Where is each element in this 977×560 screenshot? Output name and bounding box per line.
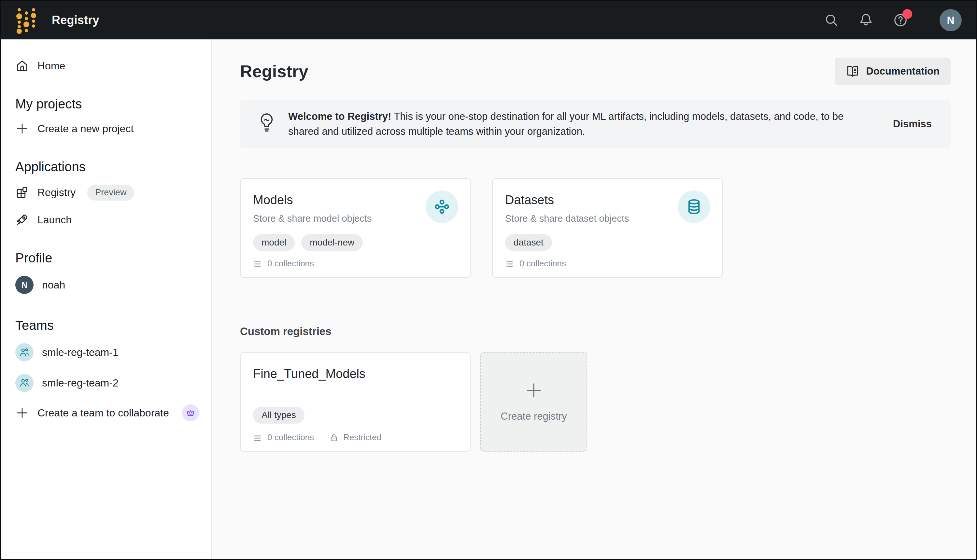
tag: model xyxy=(253,234,295,251)
model-icon xyxy=(426,190,458,223)
sidebar-item-label: Create a new project xyxy=(37,123,133,135)
crown-icon xyxy=(184,408,197,418)
rocket-icon xyxy=(15,213,29,227)
create-registry-label: Create registry xyxy=(500,410,567,422)
page-title: Registry xyxy=(240,62,308,81)
list-icon xyxy=(505,259,515,268)
tag-row: dataset xyxy=(505,234,552,251)
custom-registries-header: Custom registries xyxy=(240,325,950,338)
content-split: Home My projects Create a new project Ap… xyxy=(1,39,976,559)
tag: dataset xyxy=(505,234,552,251)
user-avatar[interactable]: N xyxy=(940,9,962,31)
bell-icon[interactable] xyxy=(858,12,874,28)
documentation-button[interactable]: Documentation xyxy=(835,58,950,85)
list-icon xyxy=(253,259,263,268)
collections-meta: 0 collections Restricted xyxy=(253,432,381,442)
sidebar-item-profile-noah[interactable]: N noah xyxy=(15,272,211,298)
app-window: Registry N xyxy=(0,0,977,560)
sidebar-item-create-team[interactable]: Create a team to collaborate xyxy=(15,400,211,425)
sidebar-section-applications: Applications xyxy=(15,160,211,174)
sidebar-item-registry[interactable]: Registry Preview xyxy=(15,181,211,205)
notification-dot xyxy=(902,9,912,19)
preview-badge: Preview xyxy=(87,185,134,200)
sidebar-item-label: Registry xyxy=(37,187,75,198)
team-avatar xyxy=(15,374,33,392)
lock-icon xyxy=(329,433,339,442)
plus-icon xyxy=(15,406,29,420)
sidebar: Home My projects Create a new project Ap… xyxy=(1,39,212,559)
tag: model-new xyxy=(301,234,363,251)
home-icon xyxy=(15,59,29,73)
main-content: Registry Documentation xyxy=(212,39,976,559)
card-title: Fine_Tuned_Models xyxy=(253,367,365,381)
profile-avatar: N xyxy=(15,276,33,294)
sidebar-item-team-1[interactable]: smle-reg-team-1 xyxy=(15,339,211,365)
team-avatar xyxy=(15,343,33,362)
sidebar-item-launch[interactable]: Launch xyxy=(15,209,211,230)
custom-registry-card[interactable]: Fine_Tuned_Models All types 0 collection… xyxy=(240,352,470,452)
models-registry-card[interactable]: Models Store & share model objects model… xyxy=(240,178,470,278)
sidebar-item-label: noah xyxy=(42,279,65,291)
card-title: Datasets xyxy=(505,193,554,207)
collections-count: 0 collections xyxy=(267,258,314,268)
main-header: Registry Documentation xyxy=(240,58,950,85)
help-icon[interactable] xyxy=(893,12,908,28)
book-icon xyxy=(846,65,859,78)
sidebar-item-label: smle-reg-team-2 xyxy=(42,377,118,389)
wandb-logo-icon[interactable] xyxy=(16,7,37,34)
sidebar-item-label: Home xyxy=(37,60,65,72)
topbar: Registry N xyxy=(1,1,976,39)
tag: All types xyxy=(253,407,305,423)
sidebar-item-label: smle-reg-team-1 xyxy=(42,347,118,358)
plus-icon xyxy=(15,122,29,135)
datasets-registry-card[interactable]: Datasets Store & share dataset objects d… xyxy=(492,178,723,278)
sidebar-item-home[interactable]: Home xyxy=(15,55,211,77)
card-subtitle: Store & share dataset objects xyxy=(505,213,629,224)
lightbulb-icon xyxy=(258,112,276,136)
sidebar-section-profile: Profile xyxy=(15,251,211,265)
collections-count: 0 collections xyxy=(519,258,566,268)
restricted-label: Restricted xyxy=(343,432,381,442)
tag-row: All types xyxy=(253,407,305,423)
topbar-icons xyxy=(824,12,908,28)
sidebar-item-team-2[interactable]: smle-reg-team-2 xyxy=(15,370,211,396)
core-registries-row: Models Store & share model objects model… xyxy=(240,178,950,278)
search-icon[interactable] xyxy=(824,12,839,28)
registry-grid-icon xyxy=(15,186,29,200)
collections-meta: 0 collections xyxy=(505,258,566,268)
database-icon xyxy=(678,190,710,223)
tag-row: model model-new xyxy=(253,234,363,251)
upgrade-badge xyxy=(182,404,199,421)
card-title: Models xyxy=(253,193,293,207)
sidebar-item-create-project[interactable]: Create a new project xyxy=(15,118,211,139)
custom-registries-row: Fine_Tuned_Models All types 0 collection… xyxy=(240,352,950,452)
plus-icon xyxy=(525,381,543,400)
banner-bold-text: Welcome to Registry! xyxy=(288,111,391,122)
dismiss-button[interactable]: Dismiss xyxy=(893,118,932,130)
list-icon xyxy=(253,433,263,442)
welcome-banner: Welcome to Registry! This is your one-st… xyxy=(240,100,950,148)
collections-count: 0 collections xyxy=(267,432,314,442)
collections-meta: 0 collections xyxy=(253,258,314,268)
banner-text: Welcome to Registry! This is your one-st… xyxy=(288,109,870,139)
sidebar-section-teams: Teams xyxy=(15,318,211,333)
create-registry-card[interactable]: Create registry xyxy=(480,352,587,452)
users-icon xyxy=(18,377,31,388)
users-icon xyxy=(18,347,31,358)
documentation-button-label: Documentation xyxy=(866,65,940,77)
sidebar-item-label: Launch xyxy=(37,214,72,226)
card-subtitle: Store & share model objects xyxy=(253,213,372,224)
sidebar-item-label: Create a team to collaborate xyxy=(37,407,169,419)
topbar-app-title: Registry xyxy=(52,13,99,27)
sidebar-section-my-projects: My projects xyxy=(15,97,211,112)
